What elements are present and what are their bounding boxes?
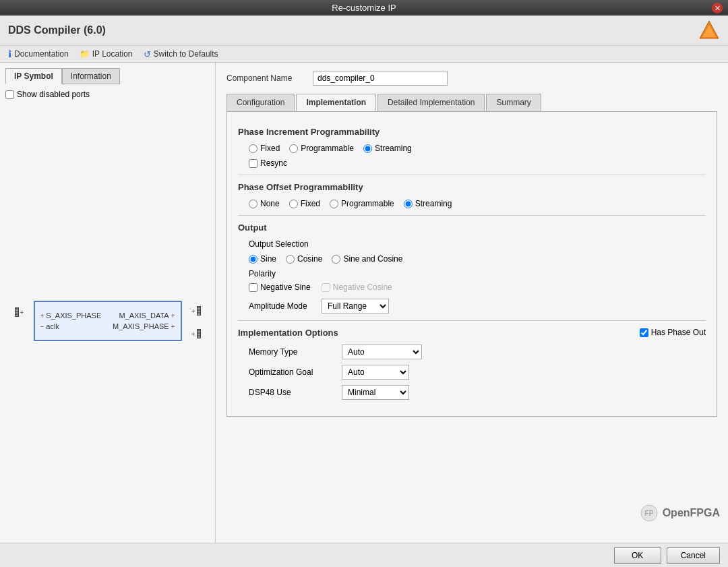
- output-selection-label: Output Selection: [249, 239, 309, 249]
- tab-configuration[interactable]: Configuration: [226, 94, 295, 111]
- folder-icon: 📁: [80, 49, 90, 59]
- negative-sine-row[interactable]: Negative Sine: [249, 282, 311, 292]
- negative-cosine-label: Negative Cosine: [333, 282, 392, 292]
- ok-button[interactable]: OK: [614, 547, 661, 564]
- component-name-input[interactable]: [313, 71, 448, 86]
- phase-increment-options: Fixed Programmable Streaming: [249, 144, 706, 153]
- output-sine-and-cosine[interactable]: Sine and Cosine: [332, 254, 402, 264]
- phase-increment-streaming[interactable]: Streaming: [363, 144, 412, 153]
- resync-label: Resync: [260, 158, 287, 168]
- port-aclk: aclk: [46, 322, 59, 330]
- memory-type-label: Memory Type: [249, 347, 336, 357]
- optimization-goal-select[interactable]: Auto Area Speed: [342, 365, 409, 380]
- component-name-label: Component Name: [226, 73, 307, 83]
- tab-implementation[interactable]: Implementation: [296, 94, 376, 111]
- port-m-axis-data: M_AXIS_DATA: [119, 311, 169, 320]
- tab-content: Phase Increment Programmability Fixed Pr…: [226, 112, 717, 417]
- switch-to-defaults-link[interactable]: ↺ Switch to Defaults: [144, 49, 218, 59]
- config-tabs: Configuration Implementation Detailed Im…: [226, 94, 717, 112]
- amplitude-mode-label: Amplitude Mode: [249, 301, 316, 311]
- memory-type-select[interactable]: Auto Block ROM Distributed ROM LUT: [342, 345, 422, 359]
- main-window: DDS Compiler (6.0) ℹ Documentation 📁 IP …: [0, 16, 728, 567]
- negative-sine-label: Negative Sine: [260, 282, 311, 292]
- tab-summary[interactable]: Summary: [486, 94, 541, 111]
- polarity-label-row: Polarity: [249, 269, 706, 278]
- content-area: IP Symbol Information Show disabled port…: [0, 63, 728, 543]
- negative-cosine-checkbox[interactable]: [322, 283, 330, 292]
- tab-ip-symbol[interactable]: IP Symbol: [5, 68, 62, 84]
- has-phase-out-label: Has Phase Out: [651, 328, 706, 337]
- right-panel: Component Name Configuration Implementat…: [216, 63, 728, 543]
- phase-offset-fixed[interactable]: Fixed: [289, 199, 320, 208]
- refresh-icon: ↺: [144, 49, 151, 59]
- memory-type-row: Memory Type Auto Block ROM Distributed R…: [249, 345, 706, 359]
- optimization-goal-row: Optimization Goal Auto Area Speed: [249, 365, 706, 380]
- output-title: Output: [238, 222, 706, 233]
- header-bar: DDS Compiler (6.0): [0, 16, 728, 46]
- negative-cosine-row: Negative Cosine: [322, 282, 392, 292]
- output-selection-options: Sine Cosine Sine and Cosine: [249, 254, 706, 264]
- tab-information[interactable]: Information: [62, 68, 120, 84]
- resync-checkbox[interactable]: [249, 159, 257, 168]
- left-panel: IP Symbol Information Show disabled port…: [0, 63, 216, 543]
- show-disabled-ports-checkbox[interactable]: [5, 90, 14, 99]
- polarity-label: Polarity: [249, 269, 276, 278]
- show-disabled-ports-label: Show disabled ports: [17, 90, 90, 99]
- phase-offset-programmable[interactable]: Programmable: [330, 199, 394, 208]
- dsp48-use-row: DSP48 Use Minimal Maximal: [249, 385, 706, 400]
- app-title: DDS Compiler (6.0): [8, 24, 693, 36]
- tab-detailed-implementation[interactable]: Detailed Implementation: [377, 94, 485, 111]
- info-icon: ℹ: [8, 49, 11, 59]
- phase-increment-programmable[interactable]: Programmable: [289, 144, 354, 153]
- ip-location-link[interactable]: 📁 IP Location: [80, 49, 133, 59]
- amplitude-mode-select[interactable]: Full Range Unit Circle: [322, 299, 389, 314]
- watermark-logo: FP: [640, 504, 659, 523]
- component-name-row: Component Name: [226, 71, 717, 86]
- resync-row: Resync: [249, 158, 706, 168]
- dsp48-use-select[interactable]: Minimal Maximal: [342, 385, 409, 400]
- show-disabled-ports-row: Show disabled ports: [5, 90, 210, 99]
- phase-increment-title: Phase Increment Programmability: [238, 127, 706, 137]
- has-phase-out-checkbox[interactable]: [640, 328, 648, 337]
- output-selection-label-row: Output Selection: [249, 239, 706, 249]
- output-sine[interactable]: Sine: [249, 254, 276, 264]
- amplitude-mode-row: Amplitude Mode Full Range Unit Circle: [249, 299, 706, 314]
- polarity-options: Negative Sine Negative Cosine: [249, 282, 706, 292]
- optimization-goal-label: Optimization Goal: [249, 367, 336, 377]
- phase-increment-fixed[interactable]: Fixed: [249, 144, 280, 153]
- output-cosine[interactable]: Cosine: [286, 254, 322, 264]
- phase-offset-streaming[interactable]: Streaming: [404, 199, 452, 208]
- phase-offset-options: None Fixed Programmable Streaming: [249, 199, 706, 208]
- toolbar: ℹ Documentation 📁 IP Location ↺ Switch t…: [0, 46, 728, 63]
- bottom-bar: OK Cancel: [0, 543, 728, 567]
- has-phase-out-row: Has Phase Out: [640, 328, 706, 337]
- symbol-area: + + +: [5, 105, 210, 537]
- title-bar: Re-customize IP ✕: [0, 0, 728, 16]
- close-button[interactable]: ✕: [712, 3, 723, 13]
- ip-symbol-block: + S_AXIS_PHASE M_AXIS_DATA + − acl: [34, 301, 182, 341]
- impl-options-title: Implementation Options: [238, 328, 338, 338]
- negative-sine-checkbox[interactable]: [249, 283, 257, 292]
- app-logo: [698, 20, 720, 41]
- watermark: FP OpenFPGA: [640, 504, 720, 523]
- cancel-button[interactable]: Cancel: [667, 547, 720, 564]
- port-s-axis-phase: S_AXIS_PHASE: [46, 311, 101, 320]
- documentation-link[interactable]: ℹ Documentation: [8, 49, 69, 59]
- port-m-axis-phase: M_AXIS_PHASE: [113, 322, 169, 330]
- impl-options-header: Implementation Options Has Phase Out: [238, 328, 706, 338]
- window-title: Re-customize IP: [332, 3, 396, 13]
- svg-text:FP: FP: [644, 510, 653, 517]
- watermark-text: OpenFPGA: [663, 507, 720, 519]
- phase-offset-none[interactable]: None: [249, 199, 280, 208]
- dsp48-use-label: DSP48 Use: [249, 388, 336, 397]
- phase-offset-title: Phase Offset Programmability: [238, 182, 706, 192]
- left-tabs: IP Symbol Information: [5, 68, 210, 84]
